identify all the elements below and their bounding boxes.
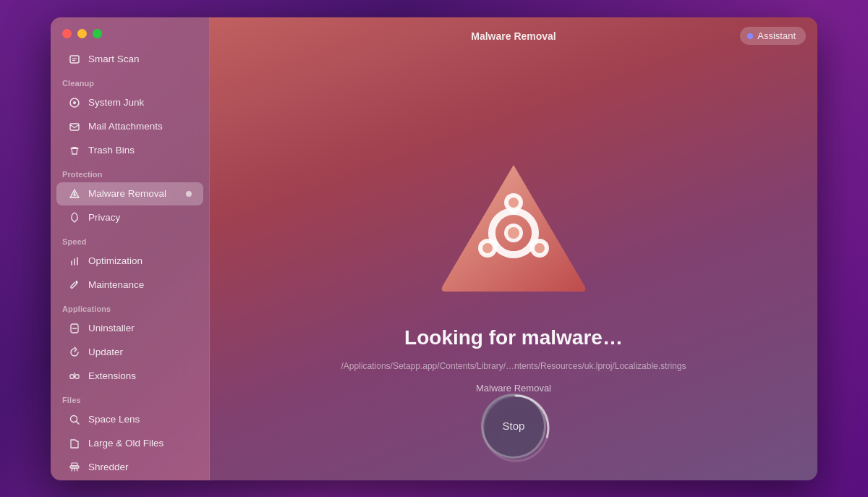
sidebar-item-maintenance[interactable]: Maintenance <box>56 273 203 297</box>
svg-point-12 <box>76 281 78 283</box>
smart-scan-icon <box>68 53 81 66</box>
sidebar-item-shredder[interactable]: Shredder <box>56 456 203 479</box>
svg-rect-16 <box>75 375 79 378</box>
maintenance-label: Maintenance <box>88 279 144 290</box>
privacy-label: Privacy <box>88 212 120 223</box>
sidebar-sections: CleanupSystem JunkMail AttachmentsTrash … <box>51 72 209 480</box>
sidebar-item-system-junk[interactable]: System Junk <box>56 91 203 114</box>
stop-button[interactable]: Stop <box>481 394 546 459</box>
titlebar: Malware Removal Assistant <box>210 17 817 55</box>
shredder-label: Shredder <box>88 462 129 472</box>
section-label-applications: Applications <box>51 297 209 316</box>
malware-removal-icon <box>68 187 81 200</box>
svg-rect-15 <box>70 375 74 378</box>
main-title: Looking for malware… <box>404 326 623 349</box>
sidebar-item-mail-attachments[interactable]: Mail Attachments <box>56 115 203 138</box>
sidebar-item-label: Smart Scan <box>88 54 140 64</box>
assistant-label: Assistant <box>757 30 796 41</box>
sidebar-item-optimization[interactable]: Optimization <box>56 250 203 273</box>
uninstaller-label: Uninstaller <box>88 323 135 334</box>
assistant-button[interactable]: Assistant <box>740 27 806 45</box>
progress-ring <box>480 393 551 464</box>
sidebar-item-malware-removal[interactable]: Malware Removal <box>56 182 203 205</box>
traffic-lights <box>51 29 209 47</box>
extensions-label: Extensions <box>88 370 136 381</box>
sidebar-item-trash-bins[interactable]: Trash Bins <box>56 139 203 162</box>
sidebar-item-uninstaller[interactable]: Uninstaller <box>56 317 203 340</box>
system-junk-label: System Junk <box>88 97 144 108</box>
svg-rect-25 <box>72 463 77 466</box>
window-title: Malware Removal <box>471 30 556 42</box>
close-button[interactable] <box>62 29 72 38</box>
maintenance-icon <box>68 279 81 292</box>
assistant-dot-icon <box>747 33 753 39</box>
section-label-speed: Speed <box>51 230 209 249</box>
svg-point-27 <box>508 227 519 239</box>
stop-button-wrap: Stop <box>481 394 546 459</box>
malware-icon-wrap <box>430 141 597 307</box>
section-label-cleanup: Cleanup <box>51 72 209 90</box>
space-lens-label: Space Lens <box>88 414 140 425</box>
trash-bins-icon <box>68 144 81 157</box>
trash-bins-label: Trash Bins <box>88 145 135 156</box>
section-label-protection: Protection <box>51 163 209 182</box>
mail-attachments-icon <box>68 120 81 133</box>
malware-removal-label: Malware Removal <box>88 188 166 199</box>
scan-path: /Applications/Setapp.app/Contents/Librar… <box>341 361 686 371</box>
mail-attachments-label: Mail Attachments <box>88 121 163 132</box>
extensions-icon <box>68 370 81 383</box>
section-label-files: Files <box>51 388 209 407</box>
sidebar-item-privacy[interactable]: Privacy <box>56 206 203 229</box>
uninstaller-icon <box>68 322 81 335</box>
svg-point-4 <box>73 101 76 104</box>
sidebar-item-space-lens[interactable]: Space Lens <box>56 408 203 431</box>
space-lens-icon <box>68 413 81 426</box>
svg-point-28 <box>506 195 521 210</box>
privacy-icon <box>68 211 81 224</box>
svg-rect-0 <box>70 56 79 63</box>
svg-line-20 <box>77 421 80 424</box>
main-panel: Malware Removal Assistant <box>210 17 817 480</box>
svg-rect-5 <box>70 124 79 130</box>
sidebar-item-extensions[interactable]: Extensions <box>56 365 203 388</box>
sidebar-item-large-old-files[interactable]: Large & Old Files <box>56 432 203 455</box>
shredder-icon <box>68 461 81 474</box>
malware-removal-badge <box>186 191 192 197</box>
app-window: Smart Scan CleanupSystem JunkMail Attach… <box>51 17 817 480</box>
malware-triangle-icon <box>434 152 593 297</box>
maximize-button[interactable] <box>93 29 102 38</box>
optimization-icon <box>68 255 81 268</box>
large-old-files-icon <box>68 437 81 450</box>
large-old-files-label: Large & Old Files <box>88 438 163 449</box>
sidebar: Smart Scan CleanupSystem JunkMail Attach… <box>51 17 210 480</box>
minimize-button[interactable] <box>77 29 87 38</box>
updater-label: Updater <box>88 347 123 357</box>
svg-point-30 <box>480 241 495 255</box>
optimization-label: Optimization <box>88 255 142 266</box>
svg-point-29 <box>532 241 547 255</box>
updater-icon <box>68 346 81 359</box>
system-junk-icon <box>68 96 81 109</box>
sidebar-item-updater[interactable]: Updater <box>56 341 203 364</box>
sidebar-item-smart-scan[interactable]: Smart Scan <box>56 48 203 71</box>
